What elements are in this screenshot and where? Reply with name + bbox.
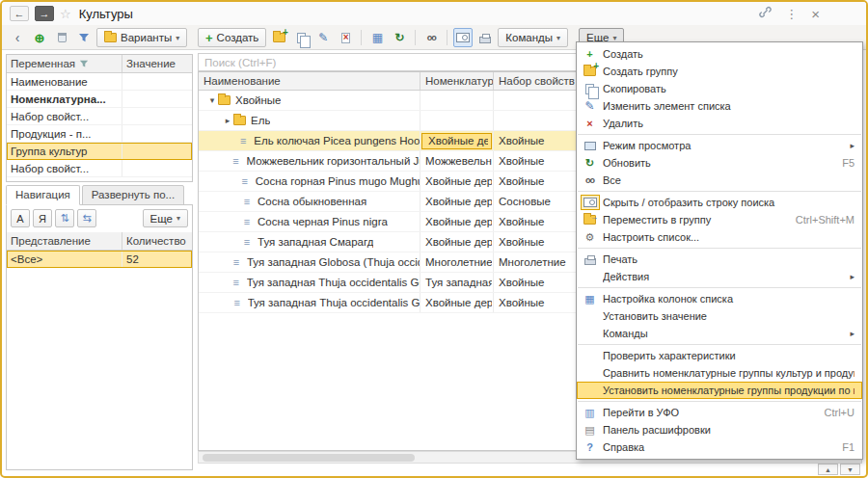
parameter-row[interactable]: Набор свойст... — [7, 160, 192, 177]
chevron-down-icon: ▾ — [176, 34, 179, 42]
add-setting-icon[interactable]: ⊕ — [30, 28, 49, 47]
menu-item-copy[interactable]: Скопировать — [577, 80, 862, 97]
menu-item-compare-groups[interactable]: Сравнить номенклатурные группы культур и… — [577, 364, 862, 382]
expand-arrow-icon[interactable]: ▸ — [222, 116, 233, 125]
parameter-row[interactable]: Номенклатурна... — [7, 91, 192, 108]
copy-icon[interactable] — [291, 28, 311, 47]
copy-icon — [582, 84, 598, 94]
delete-icon[interactable] — [336, 28, 355, 47]
tab-expand-by[interactable]: Развернуть по... — [82, 185, 184, 205]
collapse-left-icon[interactable]: ‹ — [8, 28, 27, 47]
expand-icon[interactable]: ⇆ — [77, 209, 96, 227]
menu-separator — [578, 344, 861, 345]
trash-icon[interactable] — [52, 28, 71, 47]
menu-item-goto-ufo[interactable]: ▥Перейти в УФОCtrl+U — [577, 404, 862, 421]
commands-button[interactable]: Команды ▾ — [498, 28, 568, 47]
tab-navigation[interactable]: Навигация — [6, 185, 80, 205]
menu-item-set-product-groups[interactable]: Установить номенклатурные группы продукц… — [577, 382, 862, 399]
menu-item-commands[interactable]: Команды▸ — [577, 325, 862, 342]
navigation-panel: А Я ⇅ ⇆ Еще ▾ Представление Количество <… — [6, 204, 193, 470]
nav-tabs: Навигация Развернуть по... — [6, 185, 186, 205]
count-value: 52 — [126, 253, 139, 265]
nav-more-label: Еще — [150, 213, 173, 225]
shortcut-label: F5 — [842, 157, 854, 169]
forward-button[interactable]: → — [35, 6, 54, 21]
letter-ya-button[interactable]: Я — [33, 209, 52, 227]
item-icon: ≡ — [231, 256, 242, 268]
printer-icon — [582, 254, 598, 265]
menu-item-view-mode[interactable]: Режим просмотра▸ — [577, 137, 862, 154]
menu-item-create[interactable]: +Создать — [577, 45, 862, 63]
menu-item-set-value[interactable]: Установить значение — [577, 307, 862, 325]
column-header[interactable]: Количество — [122, 232, 192, 250]
scroll-to-top-button[interactable]: ▲ — [818, 464, 838, 475]
scroll-to-bottom-button[interactable]: ▼ — [840, 464, 860, 475]
chevron-down-icon: ▾ — [176, 214, 180, 223]
delete-icon: × — [582, 118, 598, 129]
menu-item-refresh[interactable]: ↻ОбновитьF5 — [577, 154, 862, 172]
pencil-icon: ✎ — [582, 99, 598, 113]
scrollbar-thumb[interactable] — [203, 454, 415, 462]
parameter-row[interactable]: Набор свойст... — [7, 108, 192, 125]
link-icon[interactable] — [759, 6, 772, 21]
show-all-icon[interactable]: оо — [421, 28, 441, 47]
item-icon: ≡ — [231, 297, 243, 308]
folder-icon — [233, 116, 246, 125]
nav-more-button[interactable]: Еще ▾ — [143, 209, 188, 227]
favorite-star-icon[interactable]: ☆ — [60, 7, 71, 21]
menu-item-help[interactable]: ?СправкаF1 — [577, 438, 862, 456]
parameter-row[interactable]: Наименование — [7, 73, 192, 91]
more-menu: +Создать Создать группу Скопировать ✎Изм… — [576, 41, 863, 460]
toolbar-separator — [447, 30, 448, 45]
menu-item-edit[interactable]: ✎Изменить элемент списка — [577, 97, 862, 115]
selected-cell[interactable]: Хвойные дерев... — [421, 133, 492, 149]
column-header[interactable]: Набор свойств ... — [494, 72, 577, 90]
grid-icon: ▥ — [582, 407, 598, 419]
create-button[interactable]: + Создать — [198, 28, 266, 47]
shortcut-label: Ctrl+Shift+M — [796, 214, 854, 226]
back-button[interactable]: ← — [10, 6, 29, 21]
menu-item-toggle-search-bar[interactable]: Скрыть / отобразить строку поиска — [577, 194, 862, 211]
filter-funnel-icon[interactable] — [74, 28, 94, 47]
printer-icon[interactable] — [475, 28, 495, 47]
menu-item-actions[interactable]: Действия▸ — [577, 268, 862, 285]
create-group-icon[interactable] — [269, 28, 288, 47]
letter-a-button[interactable]: А — [11, 209, 30, 227]
folder-plus-icon — [582, 66, 598, 76]
parameter-row-selected[interactable]: Группа культур — [7, 143, 192, 160]
close-icon[interactable]: × — [811, 6, 820, 22]
navigation-row-selected[interactable]: <Все> 52 — [7, 251, 192, 268]
menu-item-create-group[interactable]: Создать группу — [577, 63, 862, 80]
variants-button[interactable]: Варианты ▾ — [96, 28, 187, 47]
item-icon: ≡ — [241, 236, 253, 248]
toolbar-separator — [361, 30, 362, 45]
edit-pencil-icon[interactable]: ✎ — [313, 28, 333, 47]
menu-item-delete[interactable]: ×Удалить — [577, 115, 862, 132]
plus-icon: + — [205, 31, 213, 45]
sort-icon[interactable]: ⇅ — [55, 209, 74, 227]
parameters-panel: Переменная Значение Наименование Номенкл… — [6, 54, 193, 182]
column-header[interactable]: Наименование — [199, 72, 420, 90]
menu-item-configure-list[interactable]: ⚙Настроить список... — [577, 228, 862, 246]
menu-item-check-characteristics[interactable]: Проверить характеристики — [577, 347, 862, 364]
column-header[interactable]: Номенклатурна... — [420, 72, 494, 90]
expand-arrow-icon[interactable]: ▾ — [206, 95, 218, 105]
variants-label: Варианты — [121, 32, 172, 43]
menu-item-print[interactable]: Печать — [577, 251, 862, 268]
parameters-header: Переменная Значение — [7, 55, 192, 73]
columns-icon: ▦ — [582, 293, 598, 305]
kebab-menu-icon[interactable]: ⋮ — [785, 7, 798, 21]
menu-separator — [578, 287, 861, 288]
column-header[interactable]: Значение — [122, 55, 192, 72]
list-view-icon[interactable]: ▦ — [367, 28, 387, 47]
search-bar-toggle-icon[interactable] — [453, 28, 473, 47]
parameter-row[interactable]: Продукция - п... — [7, 125, 192, 143]
refresh-icon[interactable]: ↻ — [390, 28, 409, 47]
menu-item-configure-columns[interactable]: ▦Настройка колонок списка — [577, 290, 862, 307]
menu-item-all[interactable]: ооВсе — [577, 172, 862, 189]
page-title: Культуры — [79, 7, 133, 21]
menu-item-move-to-group[interactable]: Переместить в группуCtrl+Shift+M — [577, 211, 862, 228]
column-header[interactable]: Представление — [7, 232, 122, 250]
menu-item-decryption-panel[interactable]: ▤Панель расшифровки — [577, 421, 862, 438]
column-header[interactable]: Переменная — [7, 55, 122, 72]
